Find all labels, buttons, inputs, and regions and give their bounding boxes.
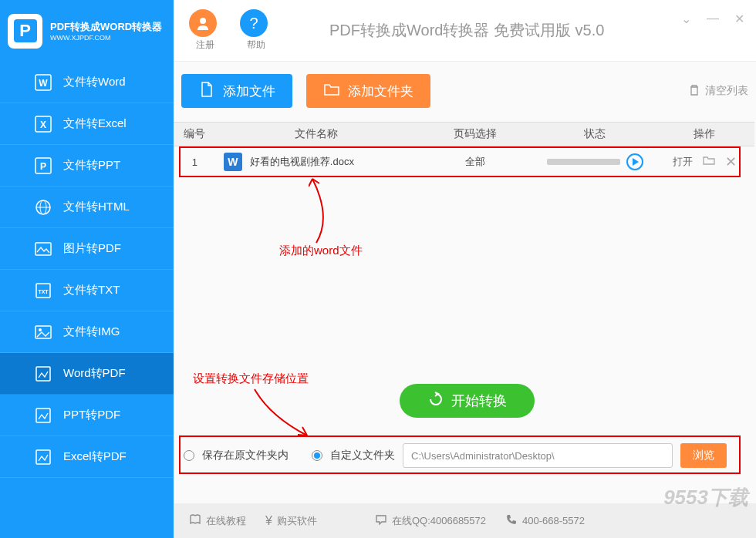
svg-point-17 <box>200 18 206 24</box>
path-input[interactable] <box>403 443 673 468</box>
minimize-icon[interactable]: — <box>707 12 719 26</box>
sidebar: P PDF转换成WORD转换器 WWW.XJPDF.COM W文件转Word X… <box>0 0 174 538</box>
register-button[interactable]: 注册 <box>189 9 221 52</box>
annotation-text-1: 添加的word文件 <box>279 244 363 258</box>
sidebar-item-word-pdf[interactable]: Word转PDF <box>0 353 174 395</box>
svg-text:P: P <box>40 161 46 172</box>
sidebar-item-label: PPT转PDF <box>63 408 120 422</box>
clear-list-button[interactable]: 清空列表 <box>688 84 748 99</box>
tutorial-link[interactable]: 在线教程 <box>189 513 246 528</box>
save-options: 保存在原文件夹内 自定义文件夹 浏览 <box>184 443 727 468</box>
sidebar-item-img[interactable]: 文件转IMG <box>0 311 174 353</box>
watermark: 9553下载 <box>663 484 748 511</box>
sidebar-item-label: 文件转IMG <box>63 324 120 339</box>
logo-icon: P <box>8 14 42 49</box>
help-button[interactable]: ? 帮助 <box>240 9 272 52</box>
svg-rect-9 <box>35 243 51 255</box>
header-num: 编号 <box>174 127 216 141</box>
txt-icon: TXT <box>35 282 52 299</box>
ppt-icon: P <box>35 157 52 174</box>
trash-icon <box>688 84 700 99</box>
svg-point-13 <box>39 328 42 331</box>
sidebar-item-label: 文件转PPT <box>63 158 120 173</box>
top-bar: 注册 ? 帮助 PDF转换成Word转换器 免费试用版 v5.0 ⌄ — ✕ <box>174 0 756 62</box>
start-convert-button[interactable]: 开始转换 <box>400 384 535 418</box>
phone-link[interactable]: 400-668-5572 <box>505 513 585 528</box>
phone-icon <box>505 513 518 528</box>
add-file-button[interactable]: 添加文件 <box>181 74 292 108</box>
qq-link[interactable]: 在线QQ:4006685572 <box>375 513 486 528</box>
svg-text:W: W <box>39 78 48 89</box>
chat-icon <box>375 513 387 528</box>
sidebar-item-label: Excel转PDF <box>63 449 127 464</box>
word-icon: W <box>35 74 52 91</box>
folder-icon <box>323 81 340 102</box>
pdf-icon <box>35 449 52 466</box>
file-icon <box>198 81 215 102</box>
logo-url: WWW.XJPDF.COM <box>50 34 162 42</box>
sidebar-item-ppt-pdf[interactable]: PPT转PDF <box>0 395 174 436</box>
annotation-arrow-1 <box>309 171 355 248</box>
header-op: 操作 <box>654 127 754 141</box>
buy-link[interactable]: ¥ 购买软件 <box>265 514 317 528</box>
toolbar: 添加文件 添加文件夹 清空列表 <box>181 68 748 114</box>
help-icon: ? <box>240 9 268 37</box>
app-title: PDF转换成Word转换器 免费试用版 v5.0 <box>329 20 604 41</box>
annotation-box-1 <box>179 146 741 177</box>
user-icon <box>189 9 217 37</box>
radio-label-1: 保存在原文件夹内 <box>202 449 289 462</box>
pdf-icon <box>35 365 52 382</box>
image-icon <box>35 324 52 341</box>
sidebar-item-excel-pdf[interactable]: Excel转PDF <box>0 436 174 478</box>
annotation-text-2: 设置转换文件存储位置 <box>193 372 309 386</box>
dropdown-icon[interactable]: ⌄ <box>681 12 691 26</box>
svg-rect-14 <box>36 367 50 381</box>
pdf-icon <box>35 407 52 424</box>
logo-title: PDF转换成WORD转换器 <box>50 20 162 34</box>
svg-text:X: X <box>40 119 46 130</box>
radio-label-2: 自定义文件夹 <box>330 449 395 462</box>
radio-original-folder[interactable] <box>184 450 194 461</box>
browse-button[interactable]: 浏览 <box>680 443 727 468</box>
svg-rect-15 <box>36 409 50 422</box>
sidebar-item-txt[interactable]: TXT文件转TXT <box>0 270 174 311</box>
svg-text:TXT: TXT <box>38 289 49 294</box>
image-pdf-icon <box>35 240 52 257</box>
window-controls: ⌄ — ✕ <box>681 12 744 26</box>
sidebar-item-word[interactable]: W文件转Word <box>0 62 174 103</box>
add-folder-button[interactable]: 添加文件夹 <box>306 74 430 108</box>
sidebar-item-label: 文件转Word <box>63 75 126 89</box>
excel-icon: X <box>35 116 52 133</box>
globe-icon <box>35 199 52 216</box>
refresh-icon <box>428 392 444 411</box>
header-status: 状态 <box>535 127 655 141</box>
sidebar-item-label: Word转PDF <box>63 366 126 381</box>
logo-area: P PDF转换成WORD转换器 WWW.XJPDF.COM <box>0 0 174 62</box>
svg-rect-16 <box>36 450 50 464</box>
close-icon[interactable]: ✕ <box>734 12 744 26</box>
yen-icon: ¥ <box>265 514 272 528</box>
table-header: 编号 文件名称 页码选择 状态 操作 <box>174 122 754 146</box>
annotation-arrow-2 <box>247 385 316 443</box>
radio-custom-folder[interactable] <box>312 450 322 461</box>
sidebar-item-img-pdf[interactable]: 图片转PDF <box>0 228 174 270</box>
sidebar-item-label: 文件转Excel <box>63 116 127 131</box>
sidebar-item-excel[interactable]: X文件转Excel <box>0 103 174 145</box>
header-name: 文件名称 <box>216 127 416 141</box>
sidebar-item-html[interactable]: 文件转HTML <box>0 187 174 228</box>
sidebar-item-ppt[interactable]: P文件转PPT <box>0 145 174 187</box>
header-page: 页码选择 <box>416 127 535 141</box>
sidebar-item-label: 文件转TXT <box>63 283 120 298</box>
book-icon <box>189 513 201 528</box>
sidebar-item-label: 图片转PDF <box>63 241 121 256</box>
sidebar-item-label: 文件转HTML <box>63 200 130 214</box>
